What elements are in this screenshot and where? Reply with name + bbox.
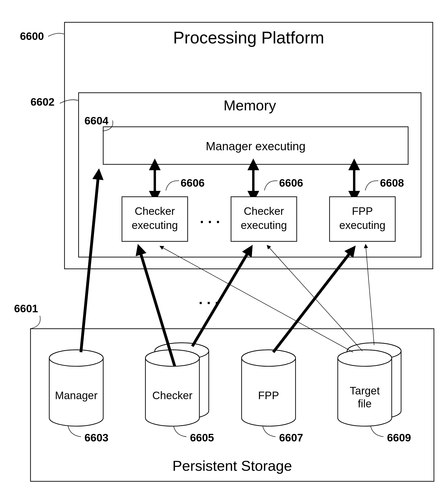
ellipsis-checker-exec: . . . (200, 210, 220, 226)
svg-point-8 (338, 350, 392, 366)
ref-6604: 6604 (84, 115, 109, 127)
svg-text:FPP: FPP (258, 389, 279, 401)
ref-6602: 6602 (31, 96, 54, 108)
fpp-executing-label-l1: FPP (352, 205, 373, 217)
memory-title: Memory (224, 97, 276, 113)
checker-executing-2-label-l1: Checker (244, 205, 284, 217)
svg-point-0 (49, 350, 103, 366)
manager-executing-label: Manager executing (206, 140, 305, 153)
cylinder-fpp: FPP (241, 350, 296, 437)
svg-text:Manager: Manager (55, 389, 97, 401)
ref-6601-leader (30, 316, 40, 329)
ellipsis-arrows: . . . (199, 291, 219, 307)
ref-6606a: 6606 (181, 177, 205, 189)
svg-text:Target: Target (350, 385, 380, 397)
svg-point-5 (241, 350, 296, 366)
ref-6609: 6609 (387, 431, 411, 444)
ref-6600-leader (48, 33, 64, 36)
checker-executing-1-label-l2: executing (132, 219, 178, 231)
ref-6603: 6603 (84, 431, 108, 444)
checker-executing-2-label-l2: executing (241, 219, 287, 231)
checker-executing-1-label-l1: Checker (135, 205, 175, 217)
ref-6605: 6605 (190, 431, 214, 444)
ref-6600: 6600 (20, 30, 44, 42)
ref-6607: 6607 (279, 431, 303, 444)
processing-platform-title: Processing Platform (173, 28, 324, 47)
ref-6601: 6601 (14, 302, 38, 315)
fpp-executing-label-l2: executing (339, 219, 386, 231)
ref-6608: 6608 (380, 177, 404, 189)
persistent-storage-title: Persistent Storage (172, 458, 292, 474)
cylinder-manager: Manager (49, 350, 103, 437)
ref-6606b: 6606 (279, 177, 303, 189)
svg-text:file: file (358, 397, 372, 410)
svg-text:Checker: Checker (152, 389, 192, 401)
